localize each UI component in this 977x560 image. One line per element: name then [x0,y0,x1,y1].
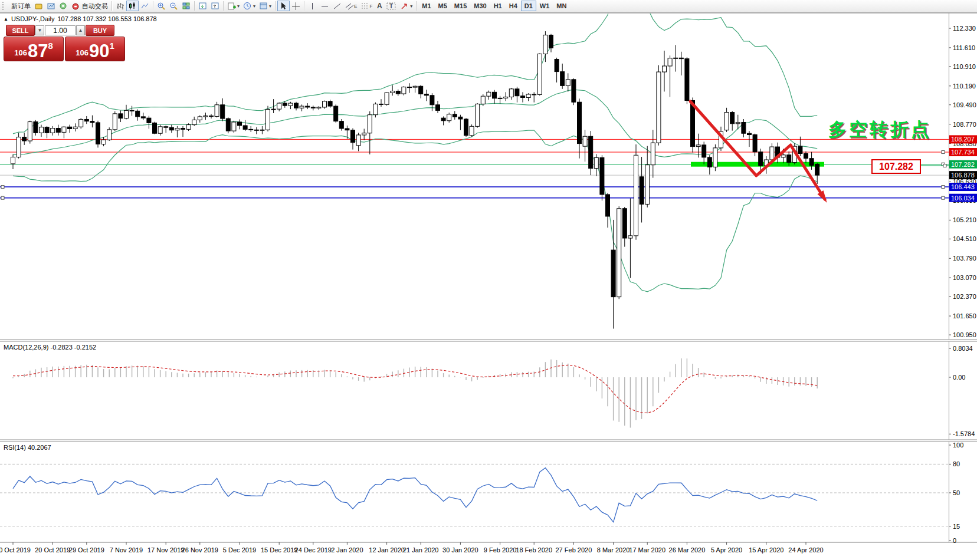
crosshair-icon [291,2,300,11]
bar-chart-button[interactable] [114,1,126,11]
svg-text:24 Dec 2019: 24 Dec 2019 [295,546,332,554]
crosshair-tool-button[interactable] [290,1,302,11]
zoom-out-icon [169,2,178,11]
tab-timeframe-m15[interactable]: M15 [451,1,470,11]
one-click-trading-panel: SELL ▼ ▲ BUY 106 87 8 106 90 1 [4,25,125,61]
arrow-objects-icon [400,2,409,11]
svg-text:8 Mar 2020: 8 Mar 2020 [597,546,630,554]
line-chart-icon [140,2,149,11]
collapse-quote-icon[interactable]: ▲ [4,17,8,22]
tab-timeframe-mn[interactable]: MN [553,1,570,11]
tab-timeframe-m30[interactable]: M30 [470,1,490,11]
sell-price-button[interactable]: 106 87 8 [4,37,64,61]
auto-trading-button[interactable]: 自动交易 [70,1,110,11]
chevron-down-icon: ▾ [237,4,240,9]
svg-text:27 Feb 2020: 27 Feb 2020 [556,546,592,554]
zoom-out-button[interactable] [168,1,180,11]
turning-point-annotation[interactable]: 多空转折点 [828,117,932,142]
symbol-name: USDJPY-,Daily [11,15,55,22]
svg-text:110.190: 110.190 [953,83,976,90]
svg-text:80: 80 [953,460,960,467]
equidistant-channel-icon [345,2,354,11]
text-label-tool-button[interactable]: T [385,1,398,11]
periods-button[interactable]: ▾ [241,1,257,11]
charts-icon[interactable] [32,1,45,11]
svg-text:5 Dec 2019: 5 Dec 2019 [223,546,256,554]
toolbar-separator [112,1,112,11]
mt4-window: 新订单 自动交易 ▾ ▾ ▾ E F A T ▾ M [0,0,977,560]
zoom-in-button[interactable] [155,1,168,11]
symbol-ohlc: 107.288 107.332 106.553 106.878 [57,15,156,22]
alerts-icon-button[interactable] [57,1,70,11]
buy-button[interactable]: BUY [86,25,114,36]
svg-text:26 Nov 2019: 26 Nov 2019 [182,546,218,554]
svg-text:103.790: 103.790 [953,255,976,262]
tab-timeframe-w1[interactable]: W1 [536,1,553,11]
tab-timeframe-h1[interactable]: H1 [490,1,506,11]
toolbar-separator [304,1,304,11]
tab-timeframe-h4[interactable]: H4 [506,1,521,11]
volume-up-button[interactable]: ▲ [76,25,85,35]
chevron-down-icon: ▾ [269,4,271,9]
sell-button[interactable]: SELL [6,25,35,36]
volume-input[interactable] [45,25,76,35]
horizontal-line-icon [320,2,329,11]
add-indicator-icon [227,2,236,11]
svg-text:T: T [389,3,393,9]
tab-timeframe-d1[interactable]: D1 [521,1,536,11]
trendline-icon [333,2,342,11]
candlestick-chart-button[interactable] [126,1,139,11]
svg-text:15 Dec 2019: 15 Dec 2019 [261,546,297,554]
svg-text:2 Jan 2020: 2 Jan 2020 [331,546,363,554]
price-tag-107282[interactable]: 107.282 [871,159,921,174]
clock-icon [243,2,252,11]
svg-text:108.770: 108.770 [953,121,976,128]
svg-text:109.490: 109.490 [953,101,976,108]
cursor-icon [279,2,288,11]
svg-text:24 Apr 2020: 24 Apr 2020 [788,546,823,554]
svg-text:17 Mar 2020: 17 Mar 2020 [629,546,665,554]
toolbar-separator [275,1,276,11]
chart-surface[interactable]: 112.330111.610110.910110.190109.490108.7… [0,0,977,560]
add-indicator-button[interactable]: ▾ [225,1,241,11]
svg-text:102.370: 102.370 [953,293,976,300]
arrows-tool-button[interactable]: ▾ [398,1,414,11]
cursor-tool-button[interactable] [277,1,290,11]
svg-text:21 Jan 2020: 21 Jan 2020 [403,546,439,554]
fibonacci-tool-button[interactable]: F [359,1,374,11]
candlestick-chart-icon [128,2,137,11]
svg-text:100.950: 100.950 [953,331,976,338]
svg-text:-1.5784: -1.5784 [953,430,975,437]
toolbar-grip[interactable] [2,2,5,10]
tab-timeframe-m5[interactable]: M5 [435,1,451,11]
toolbar-separator [416,1,417,11]
svg-text:0.8034: 0.8034 [953,345,973,352]
channel-tool-button[interactable]: E [343,1,359,11]
tab-timeframe-m1[interactable]: M1 [418,1,434,11]
vline-tool-button[interactable] [306,1,319,11]
indicator-new-window-button[interactable] [196,1,209,11]
svg-text:0.00: 0.00 [953,374,965,381]
profiles-icon-button[interactable] [45,1,57,11]
sound-icon [59,2,68,11]
tile-windows-button[interactable] [180,1,192,11]
svg-text:111.610: 111.610 [953,44,975,51]
new-order-button[interactable]: 新订单 [8,1,32,11]
rsi-label: RSI(14) 40.2067 [4,444,51,451]
svg-text:7 Nov 2019: 7 Nov 2019 [110,546,143,554]
chevron-down-icon: ▾ [253,4,255,9]
buy-price-button[interactable]: 106 90 1 [65,37,125,61]
svg-text:108.207: 108.207 [951,136,975,143]
hline-tool-button[interactable] [319,1,331,11]
indicator-window-icon [198,2,207,11]
indicator-in-window-button[interactable] [209,1,221,11]
text-label-icon: T [386,2,396,11]
trendline-tool-button[interactable] [331,1,343,11]
text-tool-button[interactable]: A [374,1,385,11]
templates-button[interactable]: ▾ [257,1,273,11]
line-chart-button[interactable] [139,1,151,11]
svg-text:5 Apr 2020: 5 Apr 2020 [711,546,742,554]
svg-text:107.734: 107.734 [951,149,975,156]
volume-down-button[interactable]: ▼ [35,25,44,35]
toolbar-separator [153,1,153,11]
